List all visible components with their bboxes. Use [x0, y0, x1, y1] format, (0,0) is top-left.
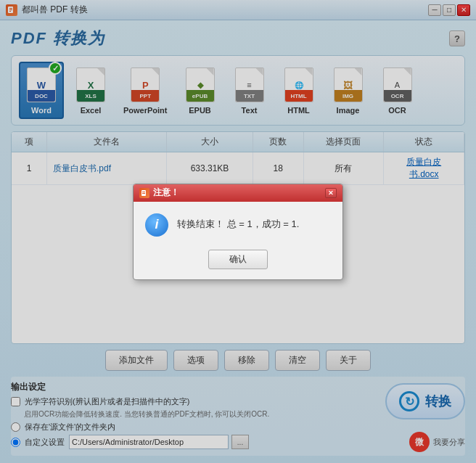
dialog-footer: 确认 — [134, 244, 342, 279]
dialog-body: i 转换结束！ 总 = 1，成功 = 1. — [134, 202, 342, 244]
info-icon: i — [145, 213, 168, 237]
dialog-message: 转换结束！ 总 = 1，成功 = 1. — [177, 213, 299, 231]
dialog-title: 注意！ — [153, 187, 179, 199]
dialog-title-left: 注意！ — [139, 187, 179, 199]
svg-rect-5 — [142, 192, 145, 192]
notice-dialog: 注意！ ✕ i 转换结束！ 总 = 1，成功 = 1. 确认 — [133, 184, 343, 280]
dialog-titlebar: 注意！ ✕ — [134, 184, 342, 202]
dialog-app-icon — [139, 188, 149, 198]
dialog-overlay: 注意！ ✕ i 转换结束！ 总 = 1，成功 = 1. 确认 — [0, 0, 476, 463]
svg-rect-6 — [142, 193, 145, 194]
dialog-ok-button[interactable]: 确认 — [208, 250, 268, 269]
dialog-close-button[interactable]: ✕ — [325, 188, 337, 198]
